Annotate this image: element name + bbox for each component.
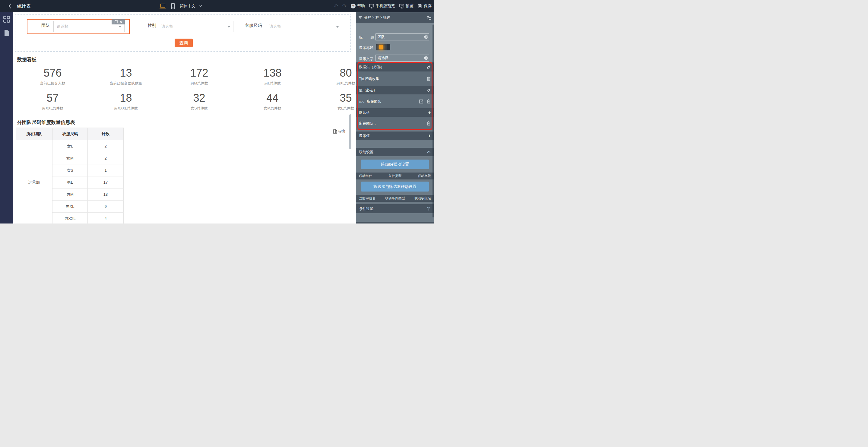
linkage-col-label: 联动字段 [418, 174, 431, 178]
undo-icon[interactable]: ↶ [334, 4, 338, 9]
size-cell: 女M [53, 152, 88, 165]
table-header-cell: 所在团队 [16, 128, 53, 140]
table-title: 分团队尺码维度数量信息表 [17, 119, 75, 126]
preview-icon [399, 4, 404, 8]
default-value-row[interactable]: 所在团队： [356, 117, 434, 130]
export-label: 导出 [338, 129, 345, 134]
app-screen: 统计表 简体中文 ↶ ↷ ? 帮助 手机版预览 预览 [0, 0, 434, 224]
filter-linkage-col-label: 当前字段名 [359, 196, 375, 201]
count-cell: 2 [88, 152, 124, 165]
redo-icon[interactable]: ↷ [342, 4, 346, 9]
globe-icon[interactable] [424, 56, 428, 60]
stat-label: 女M总件数 [236, 106, 309, 111]
delete-widget-icon[interactable] [119, 21, 122, 23]
collapse-chevron-icon[interactable] [426, 150, 431, 154]
mobile-preview-button[interactable]: 手机版预览 [369, 3, 395, 9]
show-title-label: 显示标题 [359, 45, 373, 50]
dataset-row[interactable]: T恤尺码收集 [356, 71, 434, 86]
edit-pencil-icon[interactable] [426, 88, 431, 93]
language-label: 简体中文 [180, 3, 195, 9]
table-row: 女L2 [53, 140, 124, 152]
query-button[interactable]: 查询 [175, 39, 193, 47]
condition-header-label: 条件过滤 [359, 206, 373, 211]
gender-select-placeholder: 请选择 [161, 24, 173, 29]
preview-label: 预览 [406, 3, 413, 9]
left-sidebar [0, 12, 13, 224]
stat-card: 576当前已提交人数 [16, 67, 89, 86]
outline-tree-icon[interactable] [427, 16, 432, 20]
size-cell: 男L [53, 176, 88, 188]
back-icon[interactable] [7, 3, 13, 9]
panel-header: 分栏 > 栏 > 筛选 [356, 12, 434, 23]
size-cell: 男XXL [53, 213, 88, 224]
add-display-icon[interactable]: + [428, 133, 431, 139]
save-button[interactable]: 保存 [418, 3, 432, 9]
title-input[interactable] [375, 33, 429, 40]
stat-label: 男XXXL总件数 [89, 106, 162, 111]
count-cell: 4 [88, 213, 124, 224]
edit-square-icon[interactable] [419, 99, 424, 104]
breadcrumb[interactable]: 分栏 > 栏 > 筛选 [364, 15, 425, 20]
text-type-badge: abc [359, 99, 364, 103]
stat-card: 32女S总件数 [162, 92, 236, 111]
stat-card: 18男XXXL总件数 [89, 92, 162, 111]
trash-icon[interactable] [426, 76, 431, 81]
help-button[interactable]: ? 帮助 [351, 3, 365, 9]
chevron-down-icon [198, 5, 202, 7]
stat-card: 57男XXL总件数 [16, 92, 89, 111]
table-row: 女M2 [53, 152, 124, 165]
hint-input[interactable] [375, 55, 429, 62]
count-cell: 2 [88, 140, 124, 152]
filter-linkage-button[interactable]: 筛选器与筛选器联动设置 [361, 182, 429, 191]
dataset-name: T恤尺码收集 [359, 76, 424, 82]
mobile-view-icon[interactable] [171, 3, 175, 9]
edit-pencil-icon[interactable] [426, 64, 431, 69]
toggle-knob [379, 45, 383, 50]
linkage-header-label: 联动设置 [359, 150, 373, 155]
team-select-placeholder: 请选择 [57, 24, 68, 29]
desktop-view-icon[interactable] [159, 3, 166, 9]
summary-table: 所在团队 衣服尺码 计数 运营部 女L2 女M2 女S1 男L17 男M13 男… [16, 127, 124, 224]
help-icon: ? [351, 4, 355, 8]
funnel-icon[interactable] [426, 206, 431, 211]
filter-linkage-col-label: 联动条件类型 [385, 196, 405, 201]
linkage-section-header: 联动设置 [356, 148, 434, 156]
cross-cube-linkage-button[interactable]: 跨cube联动设置 [361, 159, 429, 169]
widgets-grid-icon[interactable] [3, 16, 10, 23]
language-selector[interactable]: 简体中文 [180, 3, 202, 9]
stat-card: 44女M总件数 [236, 92, 309, 111]
main-scrollbar-thumb[interactable] [349, 114, 351, 149]
topbar-center: 简体中文 [159, 0, 202, 12]
globe-icon[interactable] [424, 35, 428, 39]
mobile-preview-icon [369, 4, 374, 8]
value-field-row[interactable]: abc 所在团队 [356, 94, 434, 108]
size-select[interactable]: 请选择 [266, 21, 342, 32]
gender-select[interactable]: 请选择 [158, 21, 234, 32]
count-cell: 13 [88, 188, 124, 201]
stat-value: 13 [89, 67, 162, 79]
stat-value: 172 [162, 67, 236, 79]
preview-button[interactable]: 预览 [399, 3, 413, 9]
trash-icon[interactable] [426, 99, 431, 104]
topbar-actions: ↶ ↷ ? 帮助 手机版预览 预览 保存 [334, 0, 432, 12]
value-section-header: 值（必选） [356, 86, 434, 94]
stat-value: 57 [16, 92, 89, 104]
linkage-col-label: 条件类型 [389, 174, 402, 178]
display-value-section-header: 显示值 + [356, 131, 434, 140]
size-cell: 男XL [53, 201, 88, 213]
stat-label: 男M总件数 [162, 81, 236, 86]
trash-icon[interactable] [426, 121, 431, 126]
filter-label-size: 衣服尺码 [245, 23, 262, 28]
page-file-icon[interactable] [3, 30, 10, 36]
size-cell: 男M [53, 188, 88, 201]
value-field-name: 所在团队 [367, 99, 416, 104]
panel-scrollbar-thumb[interactable] [433, 24, 434, 217]
dataset-section-header: 数据集（必选） [356, 62, 434, 71]
filter-lines-icon [358, 16, 362, 19]
add-default-icon[interactable]: + [428, 110, 431, 115]
default-value-section-header: 默认值 + [356, 108, 434, 117]
copy-widget-icon[interactable] [115, 20, 118, 23]
show-title-toggle[interactable] [376, 44, 390, 50]
export-button[interactable]: 导出 [333, 129, 345, 134]
topbar: 统计表 简体中文 ↶ ↷ ? 帮助 手机版预览 预览 [0, 0, 434, 12]
